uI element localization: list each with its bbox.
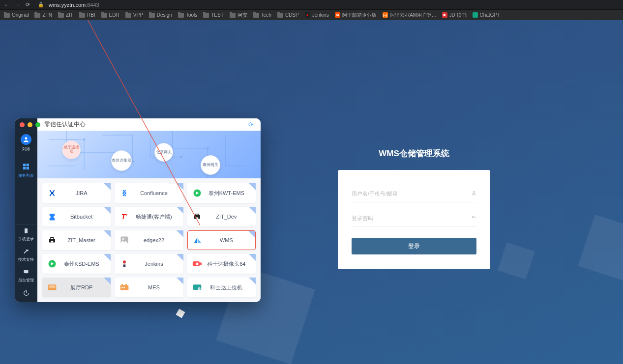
- folder-icon: [34, 13, 40, 18]
- svg-point-0: [25, 137, 28, 140]
- tile-label: Jenkins: [130, 261, 179, 267]
- bookmark-item[interactable]: ChatGPT: [473, 12, 501, 18]
- app-tile[interactable]: 展厅RDP: [42, 278, 111, 297]
- back-button[interactable]: ←: [4, 1, 10, 8]
- bookmark-item[interactable]: [-]阿里云-RAM用户登...: [383, 12, 436, 19]
- bookmark-item[interactable]: CDSP: [277, 12, 299, 18]
- refresh-button[interactable]: ⟳: [248, 121, 254, 128]
- bookmark-item[interactable]: ZTN: [34, 12, 52, 18]
- tile-corner-badge: [177, 230, 183, 237]
- bookmark-item[interactable]: VPP: [125, 12, 143, 18]
- svg-rect-13: [196, 218, 198, 219]
- bookmark-item[interactable]: Original: [4, 12, 29, 18]
- lock-icon: 🔒: [38, 2, 44, 7]
- bookmark-item[interactable]: EDR: [101, 12, 119, 18]
- bookmark-label: ZIT: [66, 12, 73, 18]
- grid-icon: [15, 163, 37, 171]
- forward-button[interactable]: →: [15, 1, 21, 8]
- tile-label: Bitbucket: [58, 214, 107, 220]
- svg-point-9: [132, 161, 134, 163]
- tile-corner-badge: [249, 207, 256, 214]
- username-input[interactable]: [352, 191, 471, 196]
- app-tile[interactable]: ZIT_Master: [42, 230, 111, 250]
- svg-point-11: [207, 147, 209, 149]
- login-section: WMS仓储管理系统 登录: [338, 148, 490, 269]
- svg-point-16: [122, 238, 124, 240]
- svg-rect-20: [123, 263, 126, 264]
- app-header: 零信任认证中心 ⟳: [37, 118, 261, 131]
- tile-icon: [119, 234, 130, 246]
- app-tile[interactable]: WMS: [187, 230, 256, 250]
- reload-button[interactable]: ⟳: [26, 1, 30, 8]
- bookmark-item[interactable]: Design: [149, 12, 172, 18]
- app-tile[interactable]: 科士达上位机: [187, 278, 256, 297]
- bookmark-item[interactable]: TEST: [203, 12, 224, 18]
- bookmark-label: TEST: [211, 12, 224, 18]
- app-main: 零信任认证中心 ⟳: [37, 118, 261, 302]
- password-field-wrapper: [352, 209, 476, 227]
- tile-label: MES: [130, 284, 179, 290]
- maximize-window-button[interactable]: [35, 122, 40, 127]
- app-tile[interactable]: Jenkins: [115, 254, 183, 274]
- bookmark-item[interactable]: RBI: [79, 12, 95, 18]
- app-tile[interactable]: JIRA: [42, 183, 111, 203]
- node-1: 展厅连接器: [62, 140, 81, 159]
- sidebar-item-phone-login[interactable]: 手机登录: [15, 224, 37, 245]
- app-tile[interactable]: 泰州KWT-EMS: [187, 183, 256, 203]
- bookmark-item[interactable]: Tech: [253, 12, 271, 18]
- bookmark-label: 网安: [237, 12, 247, 19]
- app-tile[interactable]: Bitbucket: [42, 207, 111, 226]
- bookmark-item[interactable]: ■JD 读书: [442, 12, 467, 19]
- svg-rect-28: [121, 287, 123, 288]
- app-window: 刘涛 服务列表 手机登录: [15, 118, 261, 302]
- svg-rect-5: [25, 228, 28, 233]
- tile-icon: [46, 234, 58, 246]
- tile-icon: [46, 187, 58, 199]
- app-tile[interactable]: 泰州KSD-EMS: [42, 254, 111, 274]
- tile-icon: T+: [119, 211, 130, 223]
- bookmark-item[interactable]: 网安: [230, 12, 247, 19]
- app-tile[interactable]: T+畅捷通(客户端): [115, 207, 183, 226]
- app-tile[interactable]: Confluence: [115, 183, 183, 203]
- svg-rect-3: [23, 167, 26, 169]
- sidebar-user[interactable]: 刘涛: [15, 131, 37, 155]
- folder-icon: [253, 13, 259, 18]
- login-button[interactable]: 登录: [352, 238, 476, 254]
- bookmark-item[interactable]: ▲Jenkins: [305, 12, 329, 18]
- password-input[interactable]: [352, 215, 471, 221]
- user-avatar-icon: [21, 134, 31, 145]
- logout-icon: [15, 290, 37, 297]
- bookmark-label: Design: [157, 12, 172, 18]
- close-window-button[interactable]: [20, 122, 25, 127]
- bookmark-label: Tech: [261, 12, 271, 18]
- bookmark-label: Tools: [186, 12, 197, 18]
- bookmark-item[interactable]: ZIT: [58, 12, 73, 18]
- svg-point-31: [198, 287, 200, 290]
- tile-label: 展厅RDP: [58, 284, 107, 291]
- sidebar-item-backend[interactable]: 后台管理: [15, 266, 37, 286]
- tile-label: edgex22: [130, 237, 179, 243]
- tile-label: WMS: [204, 237, 251, 243]
- svg-point-8: [83, 139, 85, 140]
- app-tile[interactable]: edgex22: [115, 230, 183, 250]
- tile-corner-badge: [104, 278, 111, 284]
- app-tile[interactable]: 科士达摄像头64: [187, 254, 256, 274]
- tile-label: JIRA: [58, 190, 107, 196]
- sidebar-item-logout[interactable]: [15, 286, 37, 302]
- bookmark-label: ChatGPT: [480, 12, 501, 18]
- tile-corner-badge: [177, 254, 183, 261]
- folder-icon: [125, 13, 131, 18]
- page-background: WMS仓储管理系统 登录: [0, 20, 623, 364]
- url-display[interactable]: wms.yyztn.com:8443: [49, 2, 99, 8]
- bookmark-label: Original: [12, 12, 29, 18]
- sidebar-item-services[interactable]: 服务列表: [15, 160, 37, 181]
- tile-label: ZIT_Dev: [203, 214, 252, 220]
- svg-rect-7: [26, 274, 27, 274]
- bookmark-item[interactable]: M阿里邮箱企业版: [335, 12, 377, 19]
- app-tile[interactable]: ZIT_Dev: [187, 207, 256, 226]
- bookmark-item[interactable]: Tools: [178, 12, 197, 18]
- app-tile[interactable]: MES: [115, 278, 183, 297]
- svg-rect-29: [124, 287, 125, 288]
- minimize-window-button[interactable]: [28, 122, 32, 127]
- sidebar-item-support[interactable]: 技术支持: [15, 245, 37, 266]
